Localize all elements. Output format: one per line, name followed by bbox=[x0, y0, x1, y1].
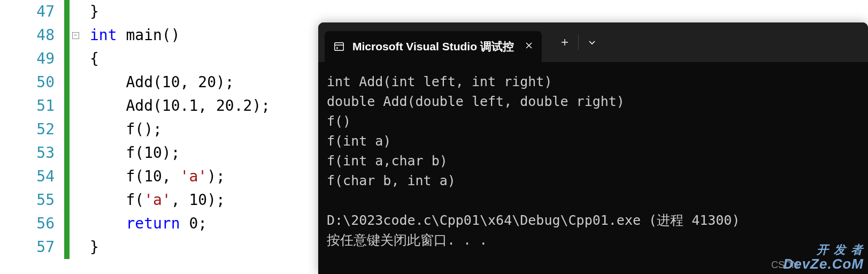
change-gutter bbox=[64, 71, 70, 94]
code-content[interactable]: f(10, 'a'); bbox=[90, 165, 225, 188]
watermark: 开 发 者 DevZe.CoM bbox=[783, 243, 864, 272]
code-line[interactable]: 51 Add(10.1, 20.2); bbox=[0, 94, 321, 118]
code-content[interactable]: f(10); bbox=[90, 141, 180, 165]
terminal-window: Microsoft Visual Studio 调试控 bbox=[318, 22, 868, 274]
code-line[interactable]: 47} bbox=[0, 0, 321, 24]
code-line[interactable]: 48−int main() bbox=[0, 24, 321, 47]
change-gutter bbox=[64, 0, 70, 24]
code-content[interactable]: Add(10, 20); bbox=[90, 71, 234, 94]
change-gutter bbox=[64, 118, 70, 141]
watermark-line2: DevZe.CoM bbox=[783, 256, 864, 272]
code-line[interactable]: 56 return 0; bbox=[0, 212, 321, 235]
change-gutter bbox=[64, 212, 70, 235]
code-content[interactable]: int main() bbox=[90, 24, 180, 47]
code-line[interactable]: 54 f(10, 'a'); bbox=[0, 165, 321, 188]
fold-marker[interactable]: − bbox=[71, 32, 80, 39]
code-editor[interactable]: 47}48−int main()49{50 Add(10, 20);51 Add… bbox=[0, 0, 321, 274]
close-icon[interactable] bbox=[525, 41, 533, 52]
code-content[interactable]: } bbox=[90, 0, 99, 24]
line-number: 56 bbox=[0, 212, 64, 235]
change-gutter bbox=[64, 141, 70, 165]
watermark-line1: 开 发 者 bbox=[783, 243, 864, 256]
change-gutter bbox=[64, 47, 70, 71]
line-number: 48 bbox=[0, 24, 64, 47]
code-line[interactable]: 52 f(); bbox=[0, 118, 321, 141]
line-number: 54 bbox=[0, 165, 64, 188]
line-number: 52 bbox=[0, 118, 64, 141]
code-line[interactable]: 50 Add(10, 20); bbox=[0, 71, 321, 94]
terminal-titlebar: Microsoft Visual Studio 调试控 bbox=[318, 22, 868, 62]
code-content[interactable]: { bbox=[90, 47, 99, 71]
change-gutter bbox=[64, 165, 70, 188]
code-content[interactable]: f(); bbox=[90, 118, 162, 141]
terminal-tab-title: Microsoft Visual Studio 调试控 bbox=[352, 39, 514, 54]
terminal-output[interactable]: int Add(int left, int right) double Add(… bbox=[318, 62, 868, 260]
terminal-tab[interactable]: Microsoft Visual Studio 调试控 bbox=[325, 31, 542, 62]
code-line[interactable]: 55 f('a', 10); bbox=[0, 188, 321, 212]
change-gutter bbox=[64, 188, 70, 212]
line-number: 49 bbox=[0, 47, 64, 71]
code-line[interactable]: 49{ bbox=[0, 47, 321, 71]
code-content[interactable]: return 0; bbox=[90, 212, 207, 235]
line-number: 47 bbox=[0, 0, 64, 24]
code-line[interactable]: 53 f(10); bbox=[0, 141, 321, 165]
tab-dropdown-button[interactable] bbox=[579, 32, 605, 53]
change-gutter bbox=[64, 235, 70, 259]
change-gutter bbox=[64, 24, 70, 47]
svg-rect-0 bbox=[335, 43, 344, 51]
line-number: 57 bbox=[0, 235, 64, 259]
tab-actions bbox=[551, 32, 605, 53]
change-gutter bbox=[64, 94, 70, 118]
terminal-icon bbox=[333, 41, 345, 52]
line-number: 53 bbox=[0, 141, 64, 165]
new-tab-button[interactable] bbox=[551, 32, 578, 53]
line-number: 50 bbox=[0, 71, 64, 94]
code-content[interactable]: f('a', 10); bbox=[90, 188, 225, 212]
line-number: 55 bbox=[0, 188, 64, 212]
fold-toggle-icon[interactable]: − bbox=[72, 32, 79, 39]
code-content[interactable]: } bbox=[90, 235, 99, 259]
line-number: 51 bbox=[0, 94, 64, 118]
code-content[interactable]: Add(10.1, 20.2); bbox=[90, 94, 270, 118]
code-line[interactable]: 57} bbox=[0, 235, 321, 259]
